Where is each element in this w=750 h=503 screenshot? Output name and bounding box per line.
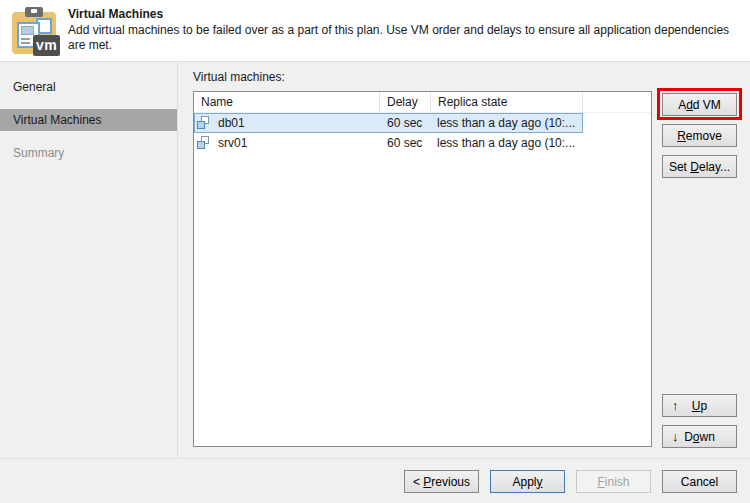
add-vm-button[interactable]: Add VM <box>662 93 737 116</box>
vm-table: Name Delay Replica state db01 60 sec les… <box>193 91 652 447</box>
wizard-footer: < Previous Apply Finish Cancel <box>0 458 750 503</box>
vm-replica-icon <box>197 116 212 131</box>
vm-delay: 60 sec <box>380 114 431 133</box>
column-header-replica-state[interactable]: Replica state <box>431 92 583 112</box>
column-header-name[interactable]: Name <box>194 92 380 112</box>
wizard-header: vm Virtual Machines Add virtual machines… <box>0 0 750 62</box>
virtual-machines-label: Virtual machines: <box>193 70 285 84</box>
column-header-delay[interactable]: Delay <box>380 92 431 112</box>
move-down-button[interactable]: ↓Down <box>662 425 737 448</box>
up-arrow-icon: ↑ <box>672 396 679 416</box>
down-arrow-icon: ↓ <box>672 427 679 447</box>
failover-plan-wizard-window: vm Virtual Machines Add virtual machines… <box>0 0 750 503</box>
apply-button[interactable]: Apply <box>490 470 565 493</box>
wizard-content: General Virtual Machines Summary Virtual… <box>0 63 750 458</box>
wizard-steps-sidebar: General Virtual Machines Summary <box>0 63 178 458</box>
table-row-db01[interactable]: db01 60 sec less than a day ago (10:... <box>194 113 583 133</box>
vm-clipboard-icon: vm <box>10 7 58 56</box>
page-title: Virtual Machines <box>68 7 163 21</box>
vm-replica-state: less than a day ago (10:... <box>431 114 583 133</box>
move-up-button[interactable]: ↑Up <box>662 394 737 417</box>
vm-delay: 60 sec <box>380 134 431 153</box>
vm-replica-icon <box>197 136 212 151</box>
sidebar-item-summary: Summary <box>0 142 177 164</box>
column-header-filler <box>583 92 651 112</box>
vm-replica-state: less than a day ago (10:... <box>431 134 583 153</box>
sidebar-item-general[interactable]: General <box>0 76 177 98</box>
vm-table-header: Name Delay Replica state <box>194 92 651 113</box>
main-panel: Virtual machines: Name Delay Replica sta… <box>179 63 750 458</box>
finish-button: Finish <box>576 470 651 493</box>
cancel-button[interactable]: Cancel <box>662 470 737 493</box>
page-description: Add virtual machines to be failed over a… <box>68 23 746 53</box>
vm-badge: vm <box>33 35 60 56</box>
remove-button[interactable]: Remove <box>662 124 737 147</box>
previous-button[interactable]: < Previous <box>404 470 479 493</box>
sidebar-item-virtual-machines[interactable]: Virtual Machines <box>0 109 177 131</box>
vm-name: db01 <box>218 114 245 133</box>
set-delay-button[interactable]: Set Delay... <box>662 155 737 178</box>
table-row-srv01[interactable]: srv01 60 sec less than a day ago (10:... <box>194 133 583 153</box>
vm-name: srv01 <box>218 134 247 153</box>
